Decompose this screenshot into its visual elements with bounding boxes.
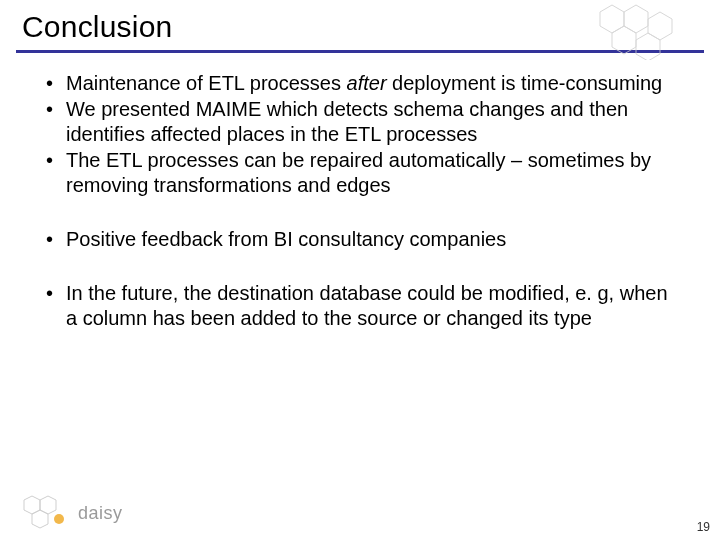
hexagon-logo-icon [18,494,72,532]
logo: daisy [18,494,123,532]
svg-marker-0 [600,5,624,33]
svg-marker-1 [624,5,648,33]
bullet-group-1: Maintenance of ETL processes after deplo… [44,71,676,197]
slide: Conclusion Maintenance of ETL processes … [0,0,720,540]
bullet-item: In the future, the destination database … [44,281,676,330]
emphasis: after [347,72,387,94]
bullet-item: The ETL processes can be repaired automa… [44,148,676,197]
page-number: 19 [697,520,710,534]
bullet-item: We presented MAIME which detects schema … [44,97,676,146]
svg-marker-4 [636,33,660,60]
hexagon-decoration-top [582,0,702,60]
svg-marker-3 [648,12,672,40]
bullet-group-3: In the future, the destination database … [44,281,676,330]
bullet-group-2: Positive feedback from BI consultancy co… [44,227,676,251]
bullet-item: Positive feedback from BI consultancy co… [44,227,676,251]
logo-text: daisy [78,503,123,524]
slide-body: Maintenance of ETL processes after deplo… [0,53,720,330]
daisy-dot-icon [54,514,64,524]
svg-marker-7 [32,510,48,528]
svg-marker-2 [612,26,636,54]
bullet-item: Maintenance of ETL processes after deplo… [44,71,676,95]
